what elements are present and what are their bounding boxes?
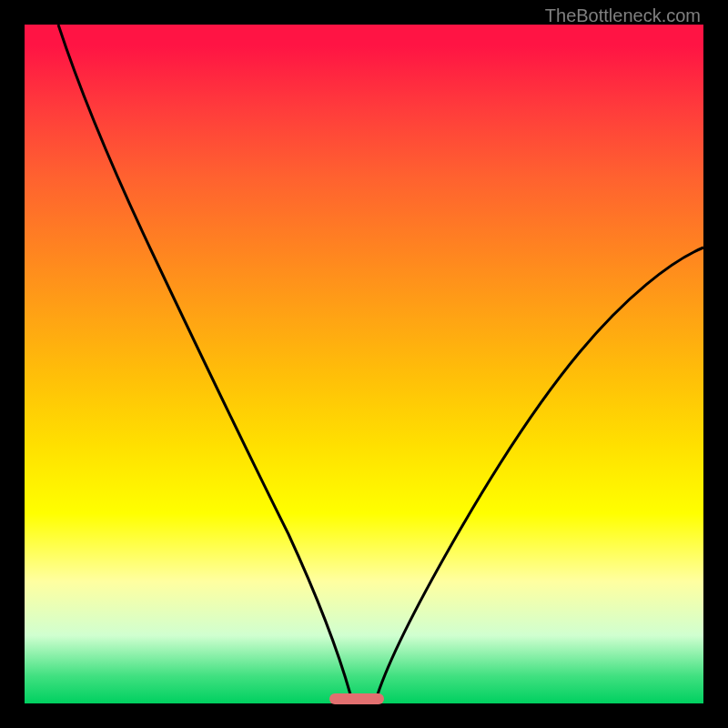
- attribution-text: TheBottleneck.com: [545, 5, 701, 26]
- chart-container: TheBottleneck.com: [0, 0, 728, 728]
- bottleneck-curve: [25, 25, 703, 703]
- optimal-marker: [329, 693, 384, 704]
- curve-left-branch: [58, 25, 350, 694]
- plot-area: [25, 25, 703, 703]
- curve-right-branch: [378, 248, 703, 694]
